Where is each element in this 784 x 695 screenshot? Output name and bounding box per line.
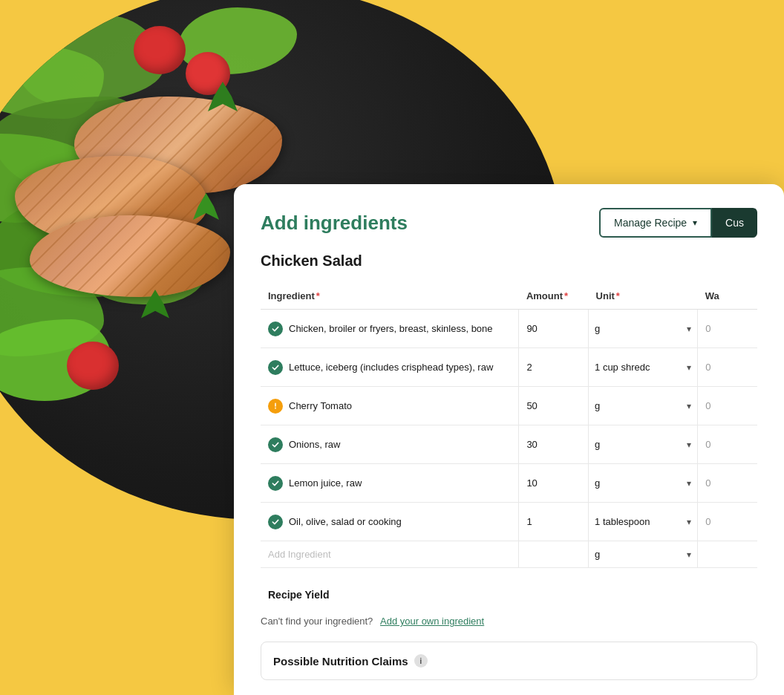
- unit-text: g: [595, 477, 600, 489]
- ingredient-name: Cherry Tomato: [289, 400, 352, 411]
- tomato-decoration: [67, 342, 119, 390]
- unit-dropdown-icon[interactable]: ▾: [687, 324, 691, 334]
- content-panel: Add ingredients Manage Recipe ▾ Cus Chic…: [234, 184, 784, 695]
- table-row: Lettuce, iceberg (includes crisphead typ…: [261, 348, 757, 387]
- nutrition-claims-label: Possible Nutrition Claims: [273, 655, 408, 668]
- tomato-decoration: [134, 26, 186, 74]
- unit-text: 1 cup shredc: [595, 362, 650, 373]
- unit-cell[interactable]: g ▾: [589, 387, 698, 425]
- unit-cell[interactable]: g ▾: [589, 425, 698, 464]
- unit-text: g: [595, 439, 600, 450]
- weight-cell: 0: [698, 348, 757, 387]
- ingredient-cell: Lemon juice, raw: [261, 464, 519, 503]
- header-buttons: Manage Recipe ▾ Cus: [599, 208, 757, 238]
- chevron-down-icon: ▾: [693, 218, 697, 228]
- ingredient-name: Oil, olive, salad or cooking: [289, 516, 402, 527]
- amount-cell[interactable]: [519, 464, 589, 503]
- unit-cell[interactable]: 1 cup shredc ▾: [589, 348, 698, 387]
- add-unit-text: g: [595, 549, 600, 560]
- unit-cell[interactable]: g ▾: [589, 464, 698, 503]
- amount-cell[interactable]: [519, 348, 589, 387]
- info-icon[interactable]: i: [414, 654, 428, 668]
- amount-cell[interactable]: [519, 387, 589, 425]
- column-header-unit: Unit: [589, 284, 698, 310]
- column-header-ingredient: Ingredient: [261, 284, 519, 310]
- add-amount-input[interactable]: [519, 541, 588, 567]
- add-own-ingredient-link[interactable]: Add your own ingredient: [380, 616, 484, 627]
- ingredients-table: Ingredient Amount Unit Wa Chicken, broil…: [261, 284, 757, 568]
- table-row: Onions, raw g ▾ 0: [261, 425, 757, 464]
- add-ingredient-input[interactable]: [261, 541, 518, 567]
- ingredient-cell: Lettuce, iceberg (includes crisphead typ…: [261, 348, 519, 387]
- table-row: Oil, olive, salad or cooking 1 tablespoo…: [261, 503, 757, 541]
- amount-input[interactable]: [519, 425, 588, 463]
- check-icon: [268, 360, 283, 375]
- ingredient-cell: Cherry Tomato: [261, 387, 519, 425]
- cant-find-text: Can't find your ingredient?: [261, 616, 373, 627]
- amount-cell[interactable]: [519, 425, 589, 464]
- amount-cell[interactable]: [519, 503, 589, 541]
- ingredient-name: Lemon juice, raw: [289, 477, 362, 489]
- unit-text: 1 tablespoon: [595, 516, 650, 527]
- check-icon: [268, 476, 283, 491]
- weight-cell: 0: [698, 425, 757, 464]
- add-unit-cell[interactable]: g ▾: [589, 541, 698, 568]
- amount-input[interactable]: [519, 464, 588, 502]
- customize-label: Cus: [725, 217, 744, 229]
- column-header-amount: Amount: [519, 284, 589, 310]
- manage-recipe-label: Manage Recipe: [614, 217, 687, 229]
- nutrition-claims-header: Possible Nutrition Claims i: [273, 654, 745, 668]
- amount-input[interactable]: [519, 348, 588, 386]
- unit-cell[interactable]: g ▾: [589, 310, 698, 348]
- amount-input[interactable]: [519, 310, 588, 348]
- check-icon: [268, 515, 283, 529]
- ingredient-cell: Chicken, broiler or fryers, breast, skin…: [261, 310, 519, 348]
- weight-cell: 0: [698, 503, 757, 541]
- check-icon: [268, 437, 283, 452]
- unit-cell[interactable]: 1 tablespoon ▾: [589, 503, 698, 541]
- unit-text: g: [595, 400, 600, 411]
- chicken-decoration: [30, 215, 230, 297]
- ingredient-name: Onions, raw: [289, 439, 340, 450]
- column-header-weight: Wa: [698, 284, 757, 310]
- add-ingredient-row: g ▾: [261, 541, 757, 568]
- add-unit-dropdown-icon[interactable]: ▾: [687, 549, 691, 560]
- manage-recipe-button[interactable]: Manage Recipe ▾: [599, 208, 712, 238]
- unit-dropdown-icon[interactable]: ▾: [687, 517, 691, 527]
- amount-cell[interactable]: [519, 310, 589, 348]
- panel-header: Add ingredients Manage Recipe ▾ Cus: [261, 208, 757, 238]
- ingredient-cell: Onions, raw: [261, 425, 519, 464]
- unit-dropdown-icon[interactable]: ▾: [687, 401, 691, 411]
- page-title: Add ingredients: [261, 212, 408, 235]
- amount-input[interactable]: [519, 503, 588, 541]
- add-amount-cell[interactable]: [519, 541, 589, 568]
- recipe-yield-label: Recipe Yield: [261, 580, 757, 604]
- weight-cell: 0: [698, 387, 757, 425]
- weight-cell: 0: [698, 464, 757, 503]
- add-ingredient-cell[interactable]: [261, 541, 519, 568]
- add-weight-cell: [698, 541, 757, 568]
- amount-input[interactable]: [519, 387, 588, 425]
- ingredient-cell: Oil, olive, salad or cooking: [261, 503, 519, 541]
- warning-icon: [268, 399, 283, 414]
- unit-text: g: [595, 323, 600, 334]
- ingredient-name: Chicken, broiler or fryers, breast, skin…: [289, 323, 493, 334]
- unit-dropdown-icon[interactable]: ▾: [687, 478, 691, 489]
- weight-cell: 0: [698, 310, 757, 348]
- table-row: Lemon juice, raw g ▾ 0: [261, 464, 757, 503]
- check-icon: [268, 322, 283, 336]
- table-row: Cherry Tomato g ▾ 0: [261, 387, 757, 425]
- nutrition-claims-section: Possible Nutrition Claims i: [261, 642, 757, 680]
- table-row: Chicken, broiler or fryers, breast, skin…: [261, 310, 757, 348]
- unit-dropdown-icon[interactable]: ▾: [687, 440, 691, 450]
- unit-dropdown-icon[interactable]: ▾: [687, 362, 691, 373]
- ingredient-name: Lettuce, iceberg (includes crisphead typ…: [289, 362, 493, 373]
- customize-button[interactable]: Cus: [712, 208, 757, 238]
- recipe-name: Chicken Salad: [261, 252, 757, 270]
- cant-find-row: Can't find your ingredient? Add your own…: [261, 604, 757, 639]
